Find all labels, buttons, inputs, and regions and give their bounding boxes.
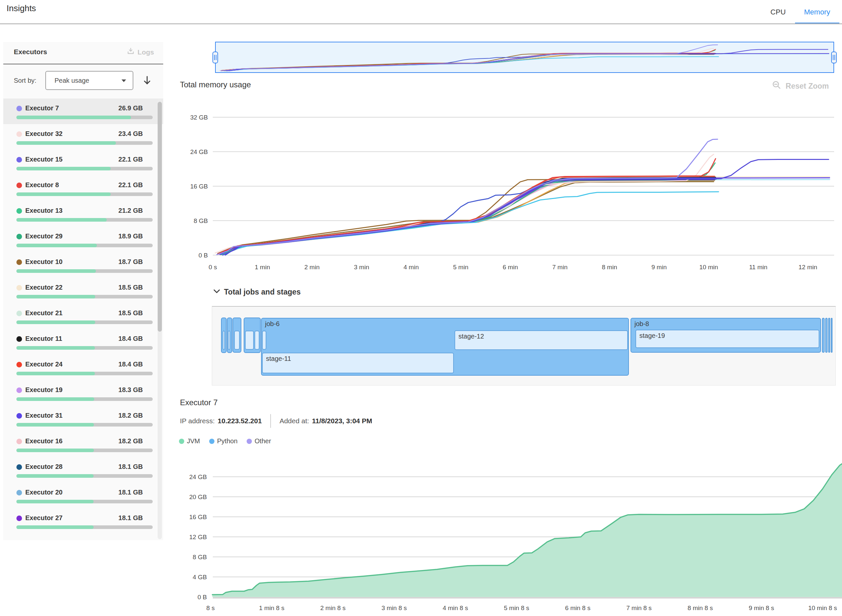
job-block[interactable] — [831, 318, 832, 353]
brush-handle-right[interactable] — [831, 51, 837, 63]
usage-bar-track — [16, 320, 153, 324]
svg-text:7 min: 7 min — [552, 264, 568, 271]
executor-row[interactable]: Executor 1618.2 GB — [3, 431, 163, 457]
page-title: Insights — [7, 3, 36, 13]
python-label: Python — [217, 437, 238, 445]
svg-text:8 s: 8 s — [206, 604, 214, 612]
stage-block-stage-19[interactable]: stage-19 — [635, 330, 819, 348]
executor-name: Executor 11 — [25, 335, 62, 342]
executor-row[interactable]: Executor 3118.2 GB — [3, 406, 163, 431]
executor-color-dot — [16, 285, 22, 290]
usage-bar-track — [16, 372, 153, 375]
ip-address-label: IP address: — [180, 417, 215, 425]
sort-direction-button[interactable] — [141, 72, 154, 89]
jobs-stages-gantt: job-6job-8stage-11stage-12stage-19 — [212, 306, 836, 386]
svg-text:1 min 8 s: 1 min 8 s — [259, 604, 285, 612]
executor-name: Executor 21 — [25, 309, 62, 317]
svg-text:11 min: 11 min — [749, 264, 767, 271]
usage-bar-fill — [16, 346, 95, 350]
executor-peak-value: 18.4 GB — [119, 335, 143, 342]
sort-row: Sort by: Peak usage — [3, 65, 163, 98]
svg-text:5 min 8 s: 5 min 8 s — [504, 604, 529, 612]
job-label: job-6 — [265, 320, 279, 328]
sort-select-value: Peak usage — [54, 77, 89, 84]
sort-select[interactable]: Peak usage — [45, 71, 133, 90]
stage-block-stage-11[interactable]: stage-11 — [262, 353, 454, 373]
svg-text:8 GB: 8 GB — [194, 217, 208, 224]
stage-block[interactable] — [228, 331, 230, 350]
job-block[interactable] — [822, 318, 824, 353]
svg-text:16 GB: 16 GB — [190, 183, 208, 190]
usage-bar-fill — [16, 423, 94, 427]
svg-text:20 GB: 20 GB — [189, 494, 207, 500]
svg-text:4 GB: 4 GB — [193, 573, 207, 581]
executor-row[interactable]: Executor 2218.5 GB — [3, 278, 163, 304]
svg-text:10 min 8 s: 10 min 8 s — [808, 604, 837, 612]
jvm-label: JVM — [187, 437, 200, 445]
usage-bar-track — [16, 346, 153, 350]
executor-color-dot — [16, 387, 22, 393]
svg-text:2 min: 2 min — [304, 264, 320, 271]
tab-memory[interactable]: Memory — [795, 0, 839, 24]
executor-row[interactable]: Executor 2118.5 GB — [3, 304, 163, 329]
stage-block[interactable] — [255, 331, 260, 350]
executor-color-dot — [16, 311, 22, 316]
usage-bar-track — [16, 295, 153, 298]
stage-label: stage-19 — [640, 332, 665, 340]
executor-row[interactable]: Executor 2418.4 GB — [3, 355, 163, 380]
job-label: job-8 — [634, 320, 649, 328]
executor-detail-title: Executor 7 — [180, 398, 218, 407]
executor-name: Executor 31 — [25, 412, 62, 419]
stage-block[interactable] — [223, 331, 225, 350]
svg-text:8 min 8 s: 8 min 8 s — [688, 604, 713, 612]
meta-separator — [270, 414, 271, 428]
download-icon — [127, 47, 135, 57]
other-dot — [246, 439, 252, 444]
usage-bar-fill — [16, 295, 95, 298]
svg-text:0 B: 0 B — [197, 594, 207, 601]
ip-address-value: 10.223.52.201 — [218, 417, 262, 425]
stage-label: stage-11 — [266, 355, 291, 362]
reset-zoom-button[interactable]: Reset Zoom — [772, 80, 829, 92]
legend-item-python: Python — [209, 437, 238, 445]
executor-peak-value: 18.5 GB — [119, 309, 143, 317]
stage-label: stage-12 — [458, 333, 484, 340]
executor-memory-area-chart: 0 B4 GB8 GB12 GB16 GB20 GB24 GB8 s1 min … — [0, 460, 842, 616]
job-block[interactable] — [825, 318, 827, 353]
usage-bar-fill — [16, 372, 95, 375]
legend-item-other: Other — [246, 437, 271, 445]
usage-bar-fill — [16, 320, 95, 324]
logs-label: Logs — [138, 48, 154, 56]
executor-color-dot — [16, 413, 22, 419]
executor-color-dot — [16, 362, 22, 367]
view-tabs: CPU Memory — [761, 0, 839, 24]
logs-button[interactable]: Logs — [127, 47, 154, 57]
svg-text:6 min 8 s: 6 min 8 s — [565, 604, 590, 612]
job-block[interactable] — [828, 318, 830, 353]
brush-handle-left[interactable] — [213, 51, 218, 63]
stage-block-stage-12[interactable]: stage-12 — [455, 330, 628, 350]
total-memory-usage-chart: 0 B8 GB16 GB24 GB32 GB0 s1 min2 min3 min… — [0, 109, 842, 276]
stage-block[interactable] — [245, 331, 254, 350]
executor-row[interactable]: Executor 1918.3 GB — [3, 380, 163, 406]
stage-block[interactable] — [234, 331, 240, 350]
memory-type-legend: JVM Python Other — [179, 437, 271, 445]
header-divider — [0, 23, 842, 24]
chevron-down-icon — [121, 77, 127, 84]
tab-cpu[interactable]: CPU — [761, 0, 795, 24]
executor-row[interactable]: Executor 1118.4 GB — [3, 329, 163, 355]
jobs-stages-toggle[interactable]: Total jobs and stages — [213, 287, 301, 296]
added-at-value: 11/8/2023, 3:04 PM — [312, 417, 372, 425]
zoom-brush[interactable] — [215, 42, 834, 73]
usage-bar-track — [16, 397, 153, 401]
executor-color-dot — [16, 336, 22, 342]
sort-by-label: Sort by: — [14, 77, 37, 84]
executors-header: Executors Logs — [3, 42, 163, 64]
usage-bar-track — [16, 449, 153, 452]
legend-item-jvm: JVM — [179, 437, 200, 445]
executor-name: Executor 22 — [25, 284, 62, 291]
svg-text:9 min: 9 min — [651, 264, 667, 271]
svg-text:6 min: 6 min — [503, 264, 518, 271]
svg-text:1 min: 1 min — [255, 264, 270, 271]
stage-block[interactable] — [262, 331, 266, 350]
